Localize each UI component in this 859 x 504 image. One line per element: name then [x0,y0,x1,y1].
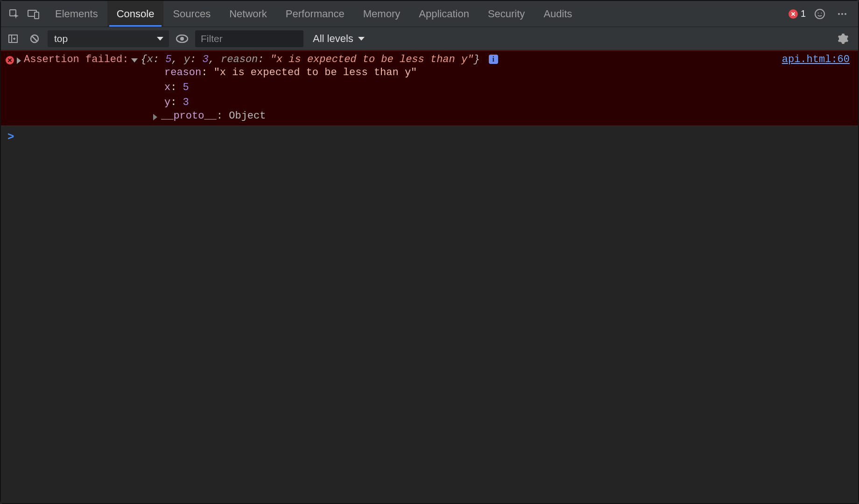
tab-sources[interactable]: Sources [163,1,220,27]
info-icon[interactable]: i [489,55,498,64]
source-link[interactable]: api.html:60 [782,54,850,65]
prompt-caret-icon: > [7,131,14,143]
log-levels-selector[interactable]: All levels [308,33,369,45]
tab-elements[interactable]: Elements [46,1,107,27]
chevron-down-icon [157,37,163,41]
devtools-tabs: ElementsConsoleSourcesNetworkPerformance… [46,1,582,27]
console-error-entry[interactable]: api.html:60 Assertion failed: {x: 5, y: … [1,50,858,126]
feedback-smile-icon[interactable] [811,6,828,22]
more-menu-icon[interactable] [834,6,851,22]
live-expression-icon[interactable] [174,30,190,47]
object-prop-y: y: 3 [164,95,853,110]
clear-console-icon[interactable] [26,30,43,47]
filter-input[interactable] [195,30,303,47]
svg-point-3 [815,9,824,19]
console-toolbar: top All levels [1,27,858,50]
console-sidebar-toggle-icon[interactable] [5,30,21,47]
console-settings-icon[interactable] [835,30,852,47]
devtools-panel: ElementsConsoleSourcesNetworkPerformance… [0,0,859,504]
error-icon [6,56,14,64]
svg-point-7 [841,13,843,15]
svg-point-4 [818,13,819,14]
inspect-element-icon[interactable] [6,6,22,22]
tab-security[interactable]: Security [479,1,534,27]
object-prop-x: x: 5 [164,80,853,95]
chevron-down-icon [358,37,365,41]
assertion-label: Assertion failed: [24,54,128,65]
tab-memory[interactable]: Memory [354,1,409,27]
expand-toggle-icon[interactable] [17,57,21,64]
object-prop-proto[interactable]: __proto__: Object [6,110,853,122]
svg-point-12 [180,37,184,41]
context-selector[interactable]: top [48,30,169,47]
error-count: 1 [801,8,806,19]
console-output: api.html:60 Assertion failed: {x: 5, y: … [1,50,858,503]
device-toolbar-icon[interactable] [25,6,42,22]
console-prompt[interactable]: > [1,126,858,148]
svg-rect-2 [35,12,39,19]
expand-toggle-icon[interactable] [153,114,157,120]
svg-point-6 [838,13,840,15]
tab-application[interactable]: Application [409,1,479,27]
devtools-tabs-bar: ElementsConsoleSourcesNetworkPerformance… [1,1,858,27]
tab-console[interactable]: Console [107,1,164,27]
tab-audits[interactable]: Audits [534,1,581,27]
object-prop-reason: reason: "x is expected to be less than y… [164,65,853,80]
svg-point-5 [821,13,822,14]
object-expand-toggle-icon[interactable] [131,58,138,63]
error-icon [789,9,798,19]
object-expanded-properties: reason: "x is expected to be less than y… [6,65,853,110]
context-selector-value: top [54,33,68,44]
tab-network[interactable]: Network [220,1,276,27]
error-count-badge[interactable]: 1 [789,8,806,19]
tab-performance[interactable]: Performance [276,1,354,27]
log-levels-label: All levels [313,33,353,45]
object-preview: {x: 5, y: 3, reason: "x is expected to b… [141,54,498,65]
svg-point-8 [845,13,846,15]
